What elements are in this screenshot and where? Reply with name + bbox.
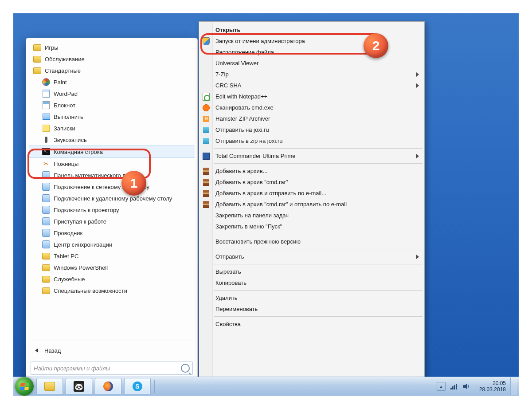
network-icon[interactable]: [450, 382, 458, 390]
app-icon: [42, 171, 50, 179]
context-menu-item[interactable]: Вырезать: [213, 266, 423, 277]
app-label: WordPad: [54, 90, 78, 97]
context-menu-item[interactable]: Открыть: [213, 24, 423, 35]
context-menu-separator: [214, 234, 422, 234]
folder-label: Tablet PC: [54, 253, 78, 260]
app-connect-projector[interactable]: Подключить к проектору: [29, 204, 195, 216]
app-label: Звукозапись: [54, 137, 87, 143]
context-menu-item[interactable]: Добавить в архив и отправить по e-mail..…: [213, 188, 423, 199]
app-notepad[interactable]: Блокнот: [29, 99, 195, 111]
taskbar-app-panda[interactable]: 🐼: [66, 378, 92, 395]
start-button[interactable]: [15, 377, 34, 396]
app-snipping-tool[interactable]: ✂ Ножницы: [29, 158, 195, 169]
app-paint[interactable]: Paint: [29, 76, 195, 88]
start-subfolder-tabletpc[interactable]: Tablet PC: [29, 250, 195, 262]
start-back-button[interactable]: Назад: [29, 344, 195, 357]
context-menu-item[interactable]: Добавить в архив...: [213, 165, 423, 177]
app-label: Записки: [54, 125, 75, 132]
app-remote-desktop[interactable]: Подключение к удаленному рабочему столу: [29, 193, 195, 204]
start-menu: Игры Обслуживание Стандартные Paint: [26, 38, 198, 384]
start-folder-maintenance[interactable]: Обслуживание: [29, 53, 195, 65]
context-menu-item[interactable]: Отправить: [213, 251, 423, 262]
app-math-input[interactable]: Панель математического ввода: [29, 169, 195, 181]
submenu-arrow-icon: [416, 83, 419, 88]
folder-label: Стандартные: [45, 67, 81, 74]
context-menu-item[interactable]: Закрепить на панели задач: [213, 210, 423, 221]
app-run[interactable]: Выполнить: [29, 111, 195, 122]
start-subfolder-powershell[interactable]: Windows PowerShell: [29, 262, 195, 273]
app-sync-center[interactable]: Центр синхронизации: [29, 239, 195, 250]
start-menu-program-list: Игры Обслуживание Стандартные Paint: [29, 42, 195, 339]
context-menu-item-label: Расположение файла: [215, 49, 274, 55]
context-menu-separator: [214, 148, 422, 149]
context-menu-item[interactable]: Добавить в архив "cmd.rar" и отправить п…: [213, 199, 423, 210]
context-menu-item[interactable]: Удалить: [213, 292, 423, 303]
context-menu-item-label: Удалить: [215, 295, 238, 301]
taskbar-app-skype[interactable]: S: [124, 378, 151, 395]
context-menu-item[interactable]: Расположение файла: [213, 47, 423, 58]
app-stickynotes[interactable]: Записки: [29, 122, 195, 134]
scissors-icon: ✂: [42, 160, 50, 168]
context-menu-item[interactable]: Edit with Notepad++: [213, 91, 423, 102]
context-menu-item[interactable]: Копировать: [213, 277, 423, 288]
context-menu-item[interactable]: Восстановить прежнюю версию: [213, 236, 423, 247]
context-menu: ОткрытьЗапуск от имени администратораРас…: [199, 21, 425, 387]
taskbar-clock[interactable]: 20:05 28.03.2018: [479, 380, 506, 393]
back-label: Назад: [44, 347, 61, 354]
context-menu-item-label: Добавить в архив "cmd.rar" и отправить п…: [215, 201, 347, 208]
svg-rect-3: [456, 384, 457, 389]
context-menu-item[interactable]: Переименовать: [213, 303, 423, 315]
context-menu-item[interactable]: Запуск от имени администратора: [213, 35, 423, 47]
context-menu-item-label: Закрепить на панели задач: [215, 212, 289, 219]
submenu-arrow-icon: [416, 154, 419, 158]
app-label: Подключение к удаленному рабочему столу: [54, 195, 172, 202]
annotation-badge-2: 2: [364, 33, 388, 58]
context-menu-item-label: Universal Viewer: [215, 60, 258, 67]
folder-label: Windows PowerShell: [54, 264, 108, 271]
sticky-note-icon: [42, 124, 50, 132]
start-subfolder-system-tools[interactable]: Служебные: [29, 273, 195, 285]
folder-label: Игры: [45, 44, 59, 51]
rar-icon: [202, 189, 210, 197]
app-getting-started[interactable]: Приступая к работе: [29, 216, 195, 227]
app-soundrecorder[interactable]: Звукозапись: [29, 134, 195, 146]
run-icon: [42, 113, 50, 121]
context-menu-item[interactable]: Отправить на joxi.ru: [213, 124, 423, 135]
start-search-input[interactable]: Найти программы и файлы: [31, 362, 193, 375]
svg-marker-4: [463, 384, 467, 389]
folder-icon: [33, 55, 41, 63]
context-menu-item[interactable]: Закрепить в меню "Пуск": [213, 221, 423, 232]
context-menu-item[interactable]: Отправить в zip на joxi.ru: [213, 135, 423, 146]
taskbar-app-explorer[interactable]: [36, 378, 63, 395]
tray-expand-icon[interactable]: ▲: [437, 382, 446, 391]
clock-time: 20:05: [479, 380, 506, 386]
firefox-icon: [103, 381, 113, 391]
show-desktop-button[interactable]: [510, 378, 517, 395]
context-menu-item[interactable]: Свойства: [213, 319, 423, 330]
context-menu-item[interactable]: Добавить в архив "cmd.rar": [213, 177, 423, 188]
context-menu-item[interactable]: Сканировать cmd.exe: [213, 102, 423, 113]
context-menu-item[interactable]: 7-Zip: [213, 69, 423, 80]
h-icon: H: [202, 115, 210, 123]
context-menu-item-label: Hamster ZIP Archiver: [215, 115, 270, 122]
start-folder-games[interactable]: Игры: [29, 42, 195, 53]
start-folder-accessories[interactable]: Стандартные: [29, 65, 195, 76]
app-explorer[interactable]: Проводник: [29, 227, 195, 239]
context-menu-item[interactable]: CRC SHA: [213, 80, 423, 91]
context-menu-item[interactable]: Hamster ZIP ArchiverH: [213, 113, 423, 124]
submenu-arrow-icon: [416, 255, 419, 259]
context-menu-item[interactable]: Total Commander Ultima Prime: [213, 150, 423, 161]
context-menu-item-label: Сканировать cmd.exe: [215, 104, 274, 111]
app-label: Выполнить: [54, 114, 83, 120]
system-tray: ▲ 20:05 28.03.2018: [437, 378, 519, 395]
app-command-prompt[interactable]: >_ Командная строка: [29, 146, 195, 158]
svg-rect-0: [450, 388, 452, 389]
app-network-projector[interactable]: Подключение к сетевому проектору: [29, 181, 195, 193]
folder-label: Специальные возможности: [54, 287, 127, 294]
taskbar-app-firefox[interactable]: [95, 378, 121, 395]
context-menu-item-label: Добавить в архив "cmd.rar": [215, 179, 288, 185]
app-wordpad[interactable]: WordPad: [29, 88, 195, 99]
volume-icon[interactable]: [462, 382, 470, 390]
start-subfolder-accessibility[interactable]: Специальные возможности: [29, 285, 195, 296]
context-menu-item[interactable]: Universal Viewer: [213, 58, 423, 69]
